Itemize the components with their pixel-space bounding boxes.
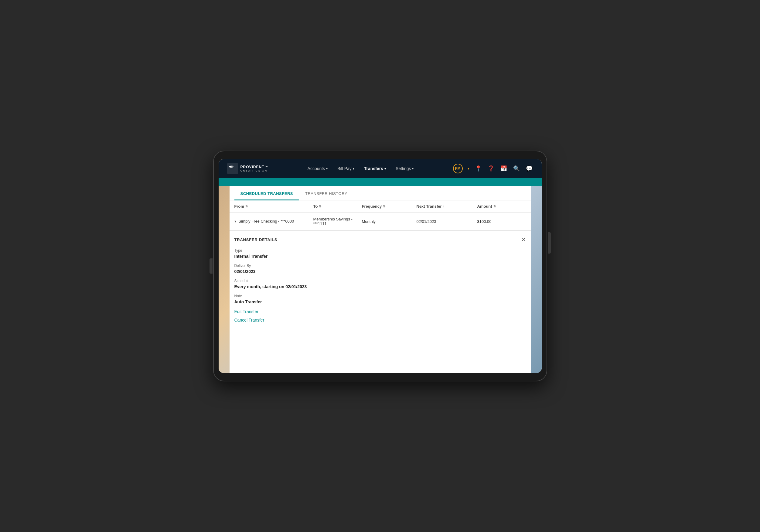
col-amount: Amount ⇅ (477, 204, 526, 209)
table-row: ▾ Simply Free Checking - ***0000 Members… (229, 213, 531, 230)
detail-schedule-value: Every month, starting on 02/01/2023 (234, 284, 526, 289)
sort-frequency-icon[interactable]: ⇅ (383, 205, 385, 208)
sort-from-icon[interactable]: ⇅ (245, 205, 248, 208)
calendar-icon[interactable]: 📅 (500, 165, 508, 172)
tab-transfer-history[interactable]: TRANSFER HISTORY (299, 186, 354, 200)
details-header: TRANSFER DETAILS ✕ (234, 237, 526, 242)
detail-note-label: Note (234, 294, 526, 298)
svg-rect-0 (227, 163, 238, 174)
detail-schedule-label: Schedule (234, 279, 526, 283)
user-badge[interactable]: PM (453, 164, 463, 173)
close-details-button[interactable]: ✕ (521, 237, 526, 242)
col-frequency: Frequency ⇅ (362, 204, 417, 209)
location-icon[interactable]: 📍 (474, 165, 482, 172)
row-amount: $100.00 (477, 219, 526, 224)
sort-amount-icon[interactable]: ⇅ (494, 205, 496, 208)
messages-icon[interactable]: 💬 (525, 165, 533, 172)
tab-scheduled-transfers[interactable]: SCHEDULED TRANSFERS (234, 186, 299, 200)
detail-note-value: Auto Transfer (234, 299, 526, 304)
row-frequency: Monthly (362, 219, 417, 224)
user-dropdown-chevron[interactable]: ▾ (468, 167, 469, 170)
search-icon[interactable]: 🔍 (512, 165, 520, 172)
col-next-transfer: Next Transfer ↑ (417, 204, 477, 209)
nav-accounts[interactable]: Accounts ▾ (308, 166, 328, 171)
detail-deliver-label: Deliver By (234, 264, 526, 268)
detail-type-value: Internal Transfer (234, 254, 526, 259)
expand-chevron-icon: ▾ (234, 219, 236, 223)
detail-type-field: Type Internal Transfer (234, 248, 526, 259)
col-to: To ⇅ (313, 204, 362, 209)
nav-settings[interactable]: Settings ▾ (396, 166, 414, 171)
row-expand-toggle[interactable]: ▾ Simply Free Checking - ***0000 (234, 218, 313, 224)
teal-banner (218, 178, 542, 186)
col-from: From ⇅ (234, 204, 313, 209)
row-next-transfer: 02/01/2023 (417, 219, 477, 224)
cancel-transfer-link[interactable]: Cancel Transfer (234, 317, 526, 322)
main-content: SCHEDULED TRANSFERS TRANSFER HISTORY Fro… (229, 186, 531, 373)
transfer-details-panel: TRANSFER DETAILS ✕ Type Internal Transfe… (229, 230, 531, 333)
tabs: SCHEDULED TRANSFERS TRANSFER HISTORY (229, 186, 531, 200)
nav-transfers[interactable]: Transfers ▾ (364, 166, 386, 171)
edit-transfer-link[interactable]: Edit Transfer (234, 309, 526, 314)
logo: PROVIDENT™ CREDIT UNION (227, 163, 268, 174)
detail-deliver-field: Deliver By 02/01/2023 (234, 264, 526, 274)
detail-note-field: Note Auto Transfer (234, 294, 526, 304)
sort-to-icon[interactable]: ⇅ (319, 205, 321, 208)
help-icon[interactable]: ❓ (487, 165, 495, 172)
row-to: Membership Savings - ***1111 (313, 217, 362, 226)
table-header: From ⇅ To ⇅ Frequency ⇅ Next Transfer ↑ (229, 200, 531, 213)
nav-icons: PM ▾ 📍 ❓ 📅 🔍 💬 (453, 164, 533, 173)
detail-deliver-value: 02/01/2023 (234, 269, 526, 274)
navbar: PROVIDENT™ CREDIT UNION Accounts ▾ Bill … (218, 159, 542, 178)
detail-schedule-field: Schedule Every month, starting on 02/01/… (234, 279, 526, 289)
nav-links: Accounts ▾ Bill Pay ▾ Transfers ▾ Settin… (308, 166, 414, 171)
logo-text: PROVIDENT™ CREDIT UNION (241, 165, 268, 172)
details-title: TRANSFER DETAILS (234, 237, 277, 242)
nav-billpay[interactable]: Bill Pay ▾ (337, 166, 354, 171)
detail-type-label: Type (234, 248, 526, 253)
sort-next-transfer-icon[interactable]: ↑ (443, 205, 445, 208)
